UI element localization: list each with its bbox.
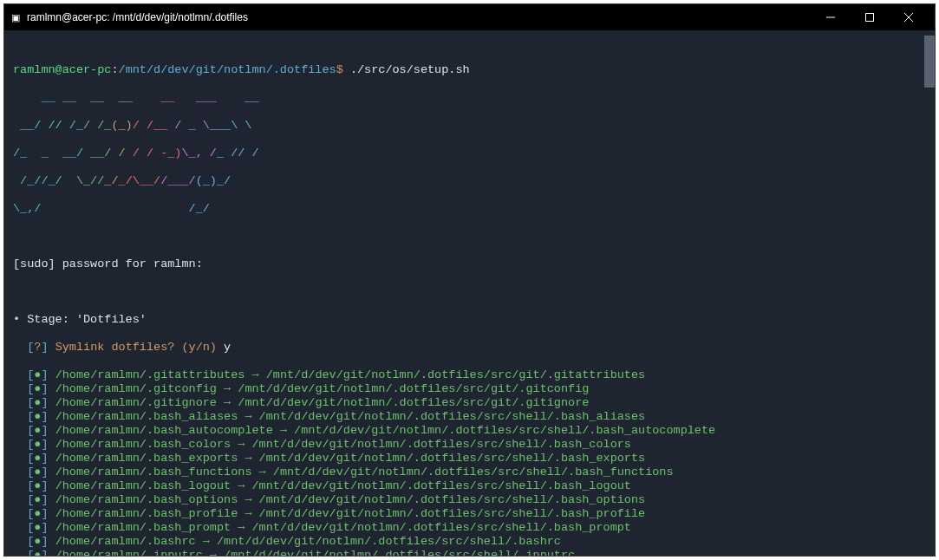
blank-line [13, 230, 926, 244]
terminal-body[interactable]: ramlmn@acer-pc:/mnt/d/dev/git/notlmn/.do… [4, 30, 935, 556]
stage-header: • Stage: 'Dotfiles' [13, 313, 926, 327]
prompt-path: /mnt/d/dev/git/notlmn/.dotfiles [119, 63, 336, 76]
symlink-line: [●] /home/ramlmn/.bash_colors → /mnt/d/d… [13, 438, 926, 452]
ascii-art: /_ _ __/ __/ / / / -_)\_, /_ // / [13, 147, 926, 160]
symlink-line: [●] /home/ramlmn/.bash_autocomplete → /m… [13, 424, 926, 438]
symlink-line: [●] /home/ramlmn/.bash_profile → /mnt/d/… [13, 507, 926, 521]
window-controls [811, 4, 928, 30]
symlink-line: [●] /home/ramlmn/.bash_exports → /mnt/d/… [13, 452, 926, 466]
app-icon: ▣ [11, 12, 20, 23]
symlink-line: [●] /home/ramlmn/.bash_aliases → /mnt/d/… [13, 410, 926, 424]
symlink-line: [●] /home/ramlmn/.bash_options → /mnt/d/… [13, 493, 926, 507]
ascii-art: \_,/ /_/ [13, 202, 926, 216]
prompt-question: [?] Symlink dotfiles? (y/n) y [13, 341, 926, 355]
symlink-list: [●] /home/ramlmn/.gitattributes → /mnt/d… [13, 368, 926, 556]
symlink-line: [●] /home/ramlmn/.bash_functions → /mnt/… [13, 466, 926, 479]
symlink-line: [●] /home/ramlmn/.inputrc → /mnt/d/dev/g… [13, 549, 926, 556]
ascii-art: /_//_/ \_//_/_/\__//___/(_)_/ [13, 174, 926, 188]
prompt-line: ramlmn@acer-pc:/mnt/d/dev/git/notlmn/.do… [13, 63, 926, 77]
blank-line [13, 285, 926, 299]
prompt-sep: : [111, 63, 118, 76]
symlink-line: [●] /home/ramlmn/.gitconfig → /mnt/d/dev… [13, 382, 926, 396]
window-title: ramlmn@acer-pc: /mnt/d/dev/git/notlmn/.d… [27, 11, 811, 23]
symlink-line: [●] /home/ramlmn/.gitattributes → /mnt/d… [13, 368, 926, 382]
maximize-button[interactable] [850, 4, 889, 30]
command-text: ./src/os/setup.sh [343, 63, 470, 76]
ascii-art: __ __ __ __ __ ___ __ [13, 91, 926, 105]
svg-rect-1 [865, 14, 873, 22]
prompt-symbol: $ [336, 63, 343, 76]
terminal-window: ▣ ramlmn@acer-pc: /mnt/d/dev/git/notlmn/… [3, 3, 936, 557]
symlink-line: [●] /home/ramlmn/.gitignore → /mnt/d/dev… [13, 396, 926, 410]
ascii-art: __/ // /_/ /_(_)/ /__ / _ \___\ \ [13, 119, 926, 133]
sudo-prompt: [sudo] password for ramlmn: [13, 257, 926, 271]
scrollbar[interactable] [924, 36, 935, 88]
symlink-line: [●] /home/ramlmn/.bash_logout → /mnt/d/d… [13, 479, 926, 493]
symlink-line: [●] /home/ramlmn/.bashrc → /mnt/d/dev/gi… [13, 535, 926, 549]
prompt-user: ramlmn@acer-pc [13, 63, 111, 76]
symlink-line: [●] /home/ramlmn/.bash_prompt → /mnt/d/d… [13, 521, 926, 535]
titlebar[interactable]: ▣ ramlmn@acer-pc: /mnt/d/dev/git/notlmn/… [4, 4, 935, 30]
close-button[interactable] [889, 4, 928, 30]
minimize-button[interactable] [811, 4, 850, 30]
